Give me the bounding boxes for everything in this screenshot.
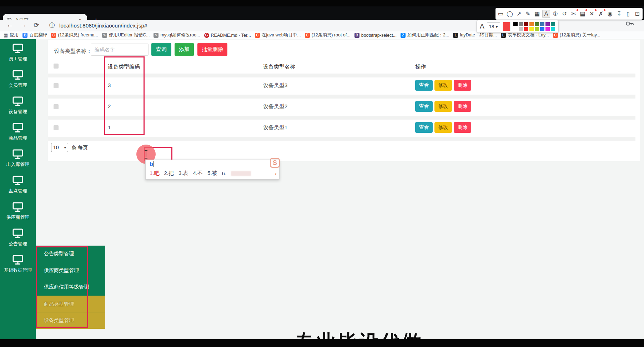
palette-color[interactable] bbox=[545, 27, 550, 31]
site-info-icon[interactable]: ⓘ bbox=[49, 22, 55, 29]
sidebar-item-device[interactable]: 设备管理 bbox=[0, 92, 36, 119]
badge-dot bbox=[604, 9, 605, 11]
counter-tool[interactable]: ① bbox=[552, 10, 559, 18]
monitor-icon bbox=[12, 123, 24, 133]
bookmark-item[interactable]: LlayDate · JS日期... bbox=[453, 32, 497, 38]
bookmark-favicon: ✎ bbox=[102, 33, 107, 38]
palette-color[interactable] bbox=[524, 22, 529, 26]
bookmark-favicon: B bbox=[354, 33, 359, 38]
record-tool[interactable]: ◉ bbox=[606, 10, 614, 18]
cell-name: 设备类型1 bbox=[263, 124, 287, 131]
palette-color[interactable] bbox=[550, 22, 555, 26]
palette-color[interactable] bbox=[529, 27, 534, 31]
arrow-tool[interactable]: ↗ bbox=[515, 10, 523, 18]
ime-candidate[interactable]: 6. bbox=[222, 170, 227, 176]
add-button[interactable]: 添加 bbox=[175, 43, 194, 56]
row-checkbox[interactable] bbox=[54, 83, 59, 88]
page-size-select[interactable]: 10 ▾ bbox=[51, 143, 68, 152]
text-tool[interactable]: A bbox=[542, 10, 550, 18]
batch-delete-button[interactable]: 批量删除 bbox=[197, 43, 227, 56]
sidebar-item-product[interactable]: 商品管理 bbox=[0, 119, 36, 145]
palette-color[interactable] bbox=[534, 27, 539, 31]
palette-color[interactable] bbox=[545, 22, 550, 26]
sidebar-item-member[interactable]: 会员管理 bbox=[0, 66, 36, 92]
page-size-suffix: 条 每页 bbox=[71, 145, 88, 151]
ime-candidate[interactable]: 4.不 bbox=[193, 170, 203, 177]
ime-candidate[interactable]: 2.把 bbox=[164, 170, 174, 177]
query-button[interactable]: 查询 bbox=[151, 43, 171, 56]
bookmark-favicon: L bbox=[453, 33, 458, 38]
view-button[interactable]: 查看 bbox=[415, 122, 433, 133]
edit-button[interactable]: 修改 bbox=[434, 122, 452, 133]
sidebar-item-announcement[interactable]: 公告管理 bbox=[0, 224, 36, 251]
confirm-tool[interactable]: ✗ bbox=[597, 10, 605, 18]
search-input[interactable] bbox=[91, 44, 149, 56]
bookmark-item[interactable]: C在java web项目中... bbox=[255, 32, 301, 38]
password-key-icon[interactable] bbox=[625, 21, 634, 28]
rectangle-tool[interactable]: ▭ bbox=[497, 10, 505, 18]
current-color-swatch[interactable] bbox=[503, 22, 510, 31]
bookmark-favicon: C bbox=[553, 33, 558, 38]
bookmark-item[interactable]: Z如何用正则匹配：2... bbox=[401, 32, 449, 38]
row-checkbox[interactable] bbox=[54, 125, 59, 130]
save-tool[interactable]: ▯ bbox=[624, 10, 632, 18]
palette-color[interactable] bbox=[518, 22, 523, 26]
ime-candidate[interactable]: 5.被 bbox=[207, 170, 217, 177]
bookmark-item[interactable]: GREADME.md · Ter... bbox=[204, 33, 251, 38]
palette-color[interactable] bbox=[518, 27, 523, 31]
bottom-black-bar bbox=[0, 339, 644, 347]
forward-icon[interactable]: → bbox=[20, 21, 27, 29]
sidebar-item-stocktaking[interactable]: 盘点管理 bbox=[0, 171, 36, 198]
monitor-icon bbox=[12, 96, 24, 106]
palette-color[interactable] bbox=[534, 22, 539, 26]
font-size-select[interactable]: 18▾ bbox=[487, 22, 500, 30]
cancel-tool[interactable]: ✕ bbox=[588, 10, 596, 18]
bookmark-item[interactable]: B百度翻译 bbox=[22, 32, 47, 38]
bookmark-item[interactable]: C(12条消息) 关于lay... bbox=[553, 32, 600, 38]
copy-tool[interactable]: ⊡ bbox=[633, 10, 641, 18]
scissors-tool[interactable]: ✂ bbox=[570, 10, 578, 18]
bookmark-item[interactable]: ▦应用 bbox=[4, 32, 19, 38]
palette-color[interactable] bbox=[524, 27, 529, 31]
delete-button[interactable]: 删除 bbox=[454, 122, 471, 133]
undo-tool[interactable]: ↺ bbox=[560, 10, 568, 18]
chevron-down-icon: ▾ bbox=[64, 145, 66, 150]
bookmark-item[interactable]: Bbootstrap-select... bbox=[354, 33, 397, 38]
annotation-rect-submenu bbox=[36, 246, 88, 328]
bookmark-item[interactable]: L表单模块文档 - Lay... bbox=[501, 32, 549, 38]
palette-color[interactable] bbox=[513, 22, 518, 26]
url-text[interactable]: localhost:8080/jinxiaocun/index.jsp# bbox=[59, 22, 147, 29]
ime-candidate[interactable]: 1.吧 bbox=[150, 170, 160, 177]
ellipse-tool[interactable]: ◯ bbox=[506, 10, 514, 18]
palette-color[interactable] bbox=[540, 27, 545, 31]
bookmark-item[interactable]: C(12条消息) freema... bbox=[51, 32, 98, 38]
edit-button[interactable]: 修改 bbox=[434, 80, 452, 91]
palette-color[interactable] bbox=[513, 27, 518, 31]
view-button[interactable]: 查看 bbox=[415, 80, 433, 91]
bookmarks-bar: ▦应用 B百度翻译 C(12条消息) freema... ✎使用UEditor … bbox=[0, 31, 644, 39]
view-button[interactable]: 查看 bbox=[415, 101, 433, 112]
sidebar-item-basic-data[interactable]: 基础数据管理 bbox=[0, 251, 36, 277]
pen-tool[interactable]: ✎ bbox=[524, 10, 532, 18]
ime-next-page-icon[interactable]: › bbox=[275, 171, 277, 176]
select-all-checkbox[interactable] bbox=[54, 64, 59, 69]
palette-color[interactable] bbox=[540, 22, 545, 26]
mosaic-tool[interactable]: ▦ bbox=[533, 10, 541, 18]
sidebar-item-employee[interactable]: 员工管理 bbox=[0, 39, 36, 66]
delete-button[interactable]: 删除 bbox=[454, 80, 471, 91]
ocr-tool[interactable]: ▤ bbox=[579, 10, 587, 18]
palette-color[interactable] bbox=[529, 22, 534, 26]
sidebar-item-supplier[interactable]: 供应商管理 bbox=[0, 198, 36, 224]
download-tool[interactable]: ↧ bbox=[615, 10, 623, 18]
bookmark-item[interactable]: ✎使用UEditor 报错C... bbox=[102, 32, 150, 38]
back-icon[interactable]: ← bbox=[6, 21, 13, 29]
ime-candidate[interactable]: 3.表 bbox=[178, 170, 188, 177]
bookmark-item[interactable]: ✎mysql如何修改roo... bbox=[154, 32, 200, 38]
row-checkbox[interactable] bbox=[54, 104, 59, 109]
palette-color[interactable] bbox=[550, 27, 555, 31]
delete-button[interactable]: 删除 bbox=[454, 101, 471, 112]
edit-button[interactable]: 修改 bbox=[434, 101, 452, 112]
sidebar-item-warehouse[interactable]: 出入库管理 bbox=[0, 145, 36, 171]
bookmark-item[interactable]: C(12条消息) root of... bbox=[305, 32, 351, 38]
reload-icon[interactable]: ⟳ bbox=[34, 21, 39, 29]
